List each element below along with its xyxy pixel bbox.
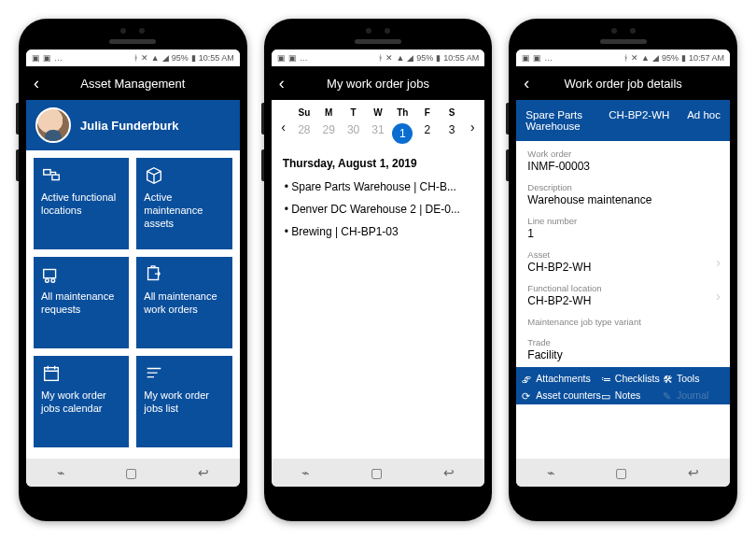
wifi-icon: ▲ <box>151 53 160 63</box>
detail-field: Work orderINMF-00003 <box>527 145 719 178</box>
calendar-day[interactable]: 30 <box>341 120 365 148</box>
calendar-day[interactable]: 3 <box>440 120 464 148</box>
tile-all-maintenance-work-orders[interactable]: All maintenance work orders <box>136 257 231 348</box>
calendar-day[interactable]: 28 <box>292 120 316 148</box>
detail-field[interactable]: Functional locationCH-BP2-WH <box>527 279 719 313</box>
calendar-dow: F <box>415 106 440 120</box>
mute-icon: ✕ <box>141 53 148 63</box>
calendar-prev[interactable]: ‹ <box>275 120 292 134</box>
context-strip: Spare Parts Warehouse CH-BP2-WH Ad hoc <box>516 100 730 141</box>
bottom-tabs: 🖇Attachments≔Checklists🛠Tools⟳Asset coun… <box>516 367 730 404</box>
back-button-nav[interactable]: ↩ <box>443 465 455 480</box>
wifi-icon: ▲ <box>641 53 650 63</box>
svg-rect-0 <box>44 170 50 176</box>
calendar-dow: M <box>316 106 341 120</box>
notif-icon: ▣ <box>522 53 530 63</box>
svg-point-3 <box>46 279 49 283</box>
back-button-nav[interactable]: ↩ <box>688 465 699 480</box>
back-button[interactable]: ‹ <box>524 75 542 92</box>
signal-icon: ◢ <box>407 53 413 63</box>
android-nav: ⌁ ▢ ↩ <box>26 459 240 487</box>
calendar-day[interactable]: 2 <box>415 120 440 148</box>
more-icon: … <box>300 53 308 63</box>
calendar-dow: Su <box>292 106 316 120</box>
calendar-dow: S <box>440 106 464 120</box>
battery-pct: 95% <box>416 53 433 63</box>
calendar-day[interactable]: 29 <box>316 120 341 148</box>
list-icon <box>41 264 62 285</box>
svg-rect-6 <box>45 368 59 381</box>
page-title: Asset Management <box>52 77 232 91</box>
svg-point-4 <box>51 279 55 283</box>
bluetooth-icon: ᚼ <box>378 53 383 63</box>
tab-journal[interactable]: ✎Journal <box>663 389 724 401</box>
tile-active-maintenance-assets[interactable]: Active maintenance assets <box>136 158 231 249</box>
tile-my-work-order-jobs-list[interactable]: My work order jobs list <box>136 356 231 447</box>
wifi-icon: ▲ <box>396 53 404 63</box>
battery-icon: ▮ <box>681 53 686 63</box>
recent-button[interactable]: ⌁ <box>301 465 309 480</box>
status-bar: ▣ ▣ … ᚼ ✕ ▲ ◢ 95% ▮ 10:55 AM <box>272 50 485 66</box>
tab-tools[interactable]: 🛠Tools <box>663 373 724 384</box>
app-header: ‹ My work order jobs <box>272 66 485 100</box>
page-title: Work order job details <box>542 77 722 91</box>
lines-icon <box>144 363 164 384</box>
home-button[interactable]: ▢ <box>615 465 627 480</box>
clock: 10:55 AM <box>199 53 234 63</box>
svg-rect-1 <box>52 175 59 180</box>
tile-all-maintenance-requests[interactable]: All maintenance requests <box>34 257 129 348</box>
tab-asset-counters[interactable]: ⟳Asset counters <box>522 389 600 401</box>
avatar <box>35 107 71 143</box>
app-header: ‹ Work order job details <box>516 66 730 100</box>
mute-icon: ✕ <box>385 53 393 63</box>
app-header: ‹ Asset Management <box>26 66 240 100</box>
calendar-next[interactable]: › <box>464 120 481 134</box>
cube-icon <box>144 165 164 186</box>
calendar-dow: T <box>341 106 365 120</box>
mute-icon: ✕ <box>631 53 638 63</box>
android-nav: ⌁ ▢ ↩ <box>272 459 485 487</box>
tiles-grid: Active functional locations Active maint… <box>26 150 240 455</box>
detail-field: Maintenance job type variant <box>527 313 719 333</box>
back-button[interactable]: ‹ <box>34 75 52 92</box>
phone-1: ▣ ▣ … ᚼ ✕ ▲ ◢ 95% ▮ 10:55 AM ‹ Asset Man… <box>19 19 247 521</box>
user-row[interactable]: Julia Funderburk <box>26 100 240 150</box>
strip-asset: CH-BP2-WH <box>609 109 669 132</box>
recent-button[interactable]: ⌁ <box>57 465 64 480</box>
tile-my-work-order-jobs-calendar[interactable]: My work order jobs calendar <box>34 356 129 447</box>
tile-label: My work order jobs calendar <box>41 389 121 416</box>
detail-field[interactable]: AssetCH-BP2-WH <box>527 246 719 279</box>
svg-rect-2 <box>44 270 56 278</box>
detail-field: TradeFacility <box>527 333 719 367</box>
tile-label: All maintenance requests <box>41 290 121 317</box>
tab-notes[interactable]: ▭Notes <box>601 389 663 401</box>
calendar-event[interactable]: Spare Parts Warehouse | CH-B... <box>285 176 472 198</box>
tab-checklists[interactable]: ≔Checklists <box>601 373 663 384</box>
more-icon: … <box>54 53 63 63</box>
back-button-nav[interactable]: ↩ <box>198 465 209 480</box>
notif-icon: ▣ <box>288 53 297 63</box>
home-button[interactable]: ▢ <box>125 465 137 480</box>
battery-icon: ▮ <box>191 53 196 63</box>
clock: 10:55 AM <box>443 53 479 63</box>
home-button[interactable]: ▢ <box>371 465 383 480</box>
calendar-dow: Th <box>390 106 414 120</box>
tab-attachments[interactable]: 🖇Attachments <box>522 373 600 384</box>
clipboard-arrow-icon <box>144 264 164 285</box>
bluetooth-icon: ᚼ <box>133 53 138 63</box>
tile-label: Active functional locations <box>41 191 121 218</box>
tile-active-functional-locations[interactable]: Active functional locations <box>34 158 129 249</box>
page-title: My work order jobs <box>298 77 478 91</box>
detail-field: Line number1 <box>527 212 719 246</box>
clock: 10:57 AM <box>689 53 724 63</box>
calendar-event[interactable]: Brewing | CH-BP1-03 <box>285 220 472 243</box>
calendar-day[interactable]: 31 <box>366 120 390 148</box>
notif-icon: ▣ <box>32 53 40 63</box>
user-name: Julia Funderburk <box>80 119 178 133</box>
calendar-event[interactable]: Denver DC Warehouse 2 | DE-0... <box>285 198 472 220</box>
back-button[interactable]: ‹ <box>279 75 298 92</box>
recent-button[interactable]: ⌁ <box>547 465 554 480</box>
calendar-day[interactable]: 1 <box>390 120 414 148</box>
details-fields: Work orderINMF-00003DescriptionWarehouse… <box>516 141 730 367</box>
notif-icon: ▣ <box>533 53 541 63</box>
